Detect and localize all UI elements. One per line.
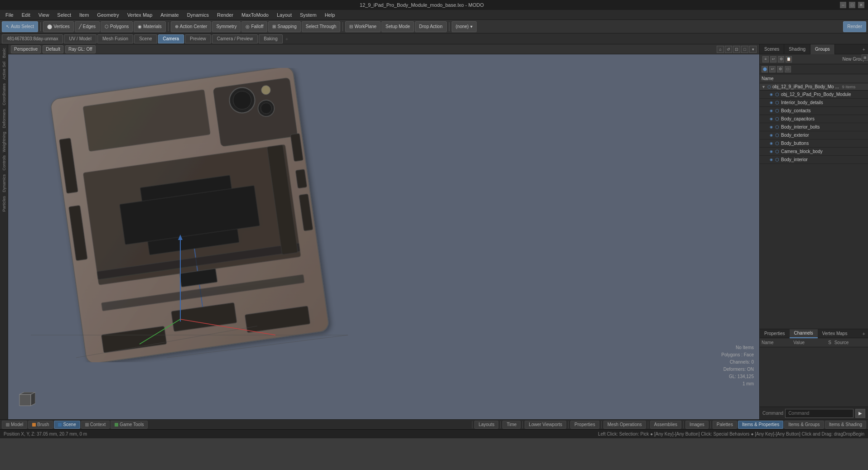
menu-animate[interactable]: Animate [157, 11, 182, 19]
panel-view-icon-3[interactable]: ⚙ [777, 66, 783, 72]
panel-view-icon-1[interactable]: ⬤ [762, 66, 768, 72]
close-button[interactable]: ✕ [858, 2, 864, 8]
group-icon-1[interactable]: ≡ [762, 56, 769, 62]
tab-camera[interactable]: Camera [158, 34, 184, 43]
time-button[interactable]: Time [502, 421, 521, 429]
none-dropdown[interactable]: (none) ▾ [452, 21, 477, 32]
sidebar-item-deformers[interactable]: Deformers [1, 107, 7, 130]
tab-camera-preview[interactable]: Camera / Preview [212, 34, 258, 43]
maximize-button[interactable]: □ [849, 2, 855, 8]
panel-view-icon-4[interactable]: □ [785, 66, 791, 72]
assemblies-button[interactable]: Assemblies [650, 421, 681, 429]
items-shading-button[interactable]: Items & Shading [825, 421, 866, 429]
render-button[interactable]: Render [843, 21, 866, 32]
materials-button[interactable]: ◉ Materials [134, 21, 166, 32]
tree-item-3[interactable]: ◉ ⬡ Body_capacitors [760, 115, 868, 123]
lower-viewports-button[interactable]: Lower Viewports [525, 421, 566, 429]
sidebar-item-dynamics[interactable]: Dynamics [1, 173, 7, 194]
layouts-button[interactable]: Layouts [474, 421, 498, 429]
menu-help[interactable]: Help [321, 11, 339, 19]
menu-edit[interactable]: Edit [18, 11, 34, 19]
viewport-canvas[interactable]: No Items Polygons : Face Channels: 0 Def… [8, 54, 759, 419]
game-tools-button[interactable]: Game Tools [111, 421, 148, 429]
sidebar-item-particles[interactable]: Particles [1, 194, 7, 214]
vp-ctrl-reset[interactable]: ↺ [725, 46, 732, 53]
tab-properties[interactable]: Properties [760, 329, 790, 338]
sidebar-item-controls[interactable]: Controls [1, 153, 7, 173]
menu-maxtomodo[interactable]: MaxToModo [238, 11, 272, 19]
items-properties-button[interactable]: Items & Properties [738, 421, 783, 429]
tab-preview[interactable]: Preview [185, 34, 211, 43]
sidebar-item-active-sel[interactable]: Active Sel [1, 60, 7, 82]
sidebar-item-coordinates[interactable]: Coordinates [1, 82, 7, 107]
menu-item[interactable]: Item [76, 11, 92, 19]
menu-view[interactable]: View [35, 11, 53, 19]
tab-mesh-fusion[interactable]: Mesh Fusion [97, 34, 133, 43]
workplane-button[interactable]: ⊟ WorkPlane [345, 21, 381, 32]
menu-geometry[interactable]: Geometry [93, 11, 122, 19]
tree-root-item[interactable]: ▼ ⬡ obj_12_9_iPad_Pro_Body_Mo ... 9 Item… [760, 83, 868, 91]
group-icon-3[interactable]: ⚙ [778, 56, 784, 62]
falloff-button[interactable]: ◎ Falloff [241, 21, 267, 32]
menu-layout[interactable]: Layout [273, 11, 295, 19]
minimize-button[interactable]: – [840, 2, 846, 8]
action-center-button[interactable]: ⊕ Action Center [171, 21, 212, 32]
vp-ctrl-maximize[interactable]: □ [741, 46, 748, 53]
group-icon-4[interactable]: 📋 [786, 56, 792, 62]
tree-item-0[interactable]: ◉ ⬡ obj_12_9_iPad_Pro_Body_Module [760, 91, 868, 99]
menu-render[interactable]: Render [213, 11, 237, 19]
polygons-button[interactable]: ⬡ Polygons [101, 21, 133, 32]
mesh-operations-button[interactable]: Mesh Operations [603, 421, 646, 429]
tab-scenes[interactable]: Scenes [760, 44, 784, 54]
panel-expand-button[interactable]: ⊞ [862, 54, 868, 61]
vp-ctrl-settings[interactable]: ▾ [749, 46, 757, 53]
brush-button[interactable]: Brush [28, 421, 53, 429]
tree-item-4[interactable]: ◉ ⬡ Body_interior_bolts [760, 123, 868, 131]
images-button[interactable]: Images [685, 421, 709, 429]
tree-item-8[interactable]: ◉ ⬡ Body_interior [760, 156, 868, 164]
tab-baking[interactable]: Baking [259, 34, 283, 43]
setup-mode-button[interactable]: Setup Mode [381, 21, 414, 32]
panel-add-button[interactable]: + [860, 46, 868, 53]
command-input[interactable] [785, 409, 854, 418]
tree-item-1[interactable]: ◉ ⬡ Interior_body_details [760, 99, 868, 107]
default-btn[interactable]: Default [43, 45, 63, 53]
menu-system[interactable]: System [296, 11, 320, 19]
properties-button[interactable]: Properties [570, 421, 599, 429]
view-cube[interactable] [17, 392, 35, 410]
menu-vertex-map[interactable]: Vertex Map [124, 11, 156, 19]
sidebar-item-weightning[interactable]: Weightning [1, 130, 7, 154]
edges-button[interactable]: ╱ Edges [75, 21, 100, 32]
menu-file[interactable]: File [2, 11, 17, 19]
model-button[interactable]: Model [2, 421, 27, 429]
tab-groups[interactable]: Groups [810, 44, 835, 54]
tree-item-5[interactable]: ◉ ⬡ Body_exterior [760, 131, 868, 139]
auto-select-button[interactable]: ↖ Auto Select [2, 21, 38, 32]
tab-channels[interactable]: Channels [790, 329, 818, 338]
tree-item-6[interactable]: ◉ ⬡ Body_buttons [760, 139, 868, 148]
symmetry-button[interactable]: Symmetry [212, 21, 241, 32]
tab-add[interactable]: + [284, 36, 290, 42]
vp-ctrl-fit[interactable]: ⊡ [733, 46, 740, 53]
palettes-button[interactable]: Palettes [713, 421, 737, 429]
tree-item-2[interactable]: ◉ ⬡ Body_contacts [760, 107, 868, 115]
menu-select[interactable]: Select [53, 11, 75, 19]
tab-uv-model[interactable]: UV / Model [64, 34, 96, 43]
bottom-add-button[interactable]: + [860, 330, 868, 337]
command-execute-button[interactable]: ▶ [855, 409, 865, 418]
vp-ctrl-home[interactable]: ⌂ [717, 46, 724, 53]
group-icon-2[interactable]: ↩ [770, 56, 776, 62]
ray-gl-btn[interactable]: Ray GL: Off [65, 45, 96, 53]
tab-vertex-maps[interactable]: Vertex Maps [818, 329, 852, 338]
tree-item-7[interactable]: ◉ ⬡ Camera_block_body [760, 148, 868, 156]
select-through-button[interactable]: Select Through [302, 21, 341, 32]
menu-dynamics[interactable]: Dynamics [183, 11, 212, 19]
vertices-button[interactable]: ⬤ Vertices [43, 21, 74, 32]
items-groups-button[interactable]: Items & Groups [784, 421, 824, 429]
panel-view-icon-2[interactable]: ↩ [769, 66, 776, 72]
scene-button[interactable]: Scene [54, 421, 80, 429]
sidebar-item-basic[interactable]: Basic [1, 46, 7, 60]
tab-scene[interactable]: Scene [134, 34, 157, 43]
tab-4814[interactable]: 4814678303:8day-unmax [2, 34, 63, 43]
tab-shading[interactable]: Shading [784, 44, 810, 54]
